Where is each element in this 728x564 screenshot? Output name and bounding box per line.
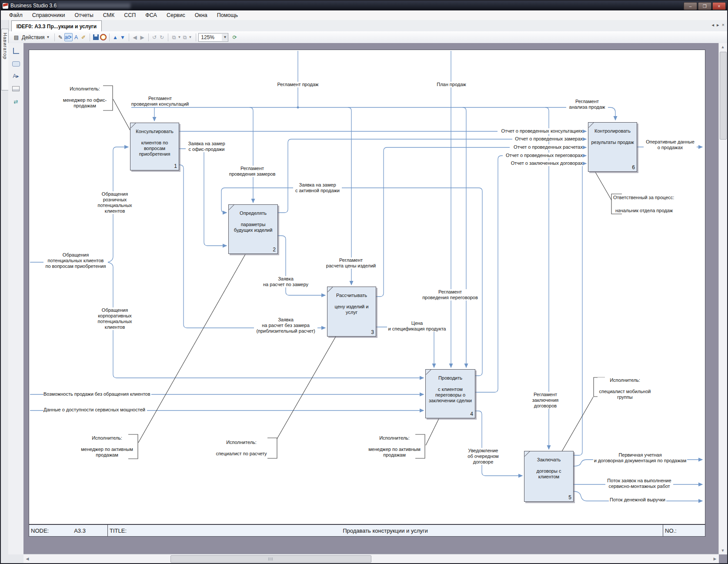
executor-line-4 bbox=[426, 419, 439, 445]
executor-bracket-6 bbox=[611, 194, 622, 214]
flow-obrashcheniya-roznichnyh bbox=[108, 147, 128, 262]
app-window: Business Studio 3.6 – ❒ × Файл Справочни… bbox=[0, 0, 728, 564]
title-value: Продавать конструкции и услуги bbox=[108, 527, 663, 534]
flow-lines-layer bbox=[1, 1, 728, 564]
flow-otchet-raschety bbox=[376, 147, 586, 297]
executor-line-3 bbox=[277, 337, 336, 439]
node-title-bar: NODE: А3.3 TITLE: Продавать конструкции … bbox=[29, 524, 705, 537]
flow-reglament-trunk bbox=[131, 107, 615, 120]
flow-cena-specifikaciya bbox=[376, 327, 434, 367]
flow-zayavka-zamer-aktiv bbox=[221, 188, 482, 376]
flow-reglament-peregovorov bbox=[463, 107, 466, 367]
executor-bracket-5 bbox=[594, 377, 605, 397]
flow-reglament-dogovorov bbox=[545, 107, 549, 449]
flow-uvedomlenie bbox=[475, 411, 522, 476]
executor-line-6 bbox=[595, 172, 611, 200]
executor-line-2 bbox=[138, 254, 245, 443]
flow-reglament-zamerov bbox=[250, 107, 253, 203]
executor-bracket-3 bbox=[267, 438, 277, 458]
flow-otchet-zamery bbox=[278, 139, 586, 213]
executor-bracket-4 bbox=[415, 434, 425, 458]
flow-zayavka-bez-zamera bbox=[179, 165, 325, 328]
title-label: TITLE: bbox=[110, 527, 127, 534]
executor-line-1 bbox=[113, 99, 130, 130]
node-value: А3.3 bbox=[74, 527, 86, 534]
flow-obrashcheniya-korporativnyh bbox=[108, 262, 424, 378]
flow-otchet-dogovory bbox=[574, 164, 586, 455]
executor-line-5 bbox=[562, 397, 593, 451]
flow-pervichnaya-dokumentaciya bbox=[574, 460, 702, 466]
flow-otchet-peregovory bbox=[475, 156, 586, 392]
flow-potok-vyruchki bbox=[574, 491, 702, 501]
flow-zayavka-po-zameru bbox=[278, 236, 325, 295]
executor-bracket-1 bbox=[103, 86, 113, 110]
flow-reglament-ceny bbox=[348, 107, 351, 285]
flow-zayavka-zamer-ofis bbox=[179, 149, 227, 246]
node-label: NODE: bbox=[31, 527, 49, 534]
executor-bracket-2 bbox=[128, 434, 138, 459]
flow-junction-dot bbox=[297, 107, 299, 109]
no-label: NO.: bbox=[665, 527, 677, 534]
